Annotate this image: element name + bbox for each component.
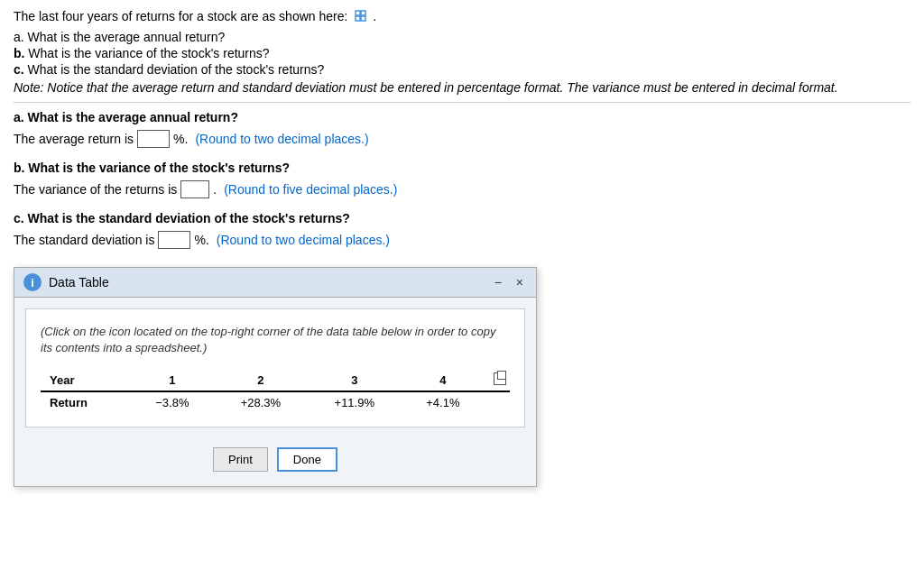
table-header-row: Year 1 2 3 4	[41, 370, 510, 391]
section-b: b. What is the variance of the stock's r…	[14, 161, 910, 198]
cell-return-copy	[485, 391, 510, 412]
copy-spreadsheet-icon[interactable]	[494, 372, 506, 385]
question-a-intro: a. What is the average annual return?	[14, 30, 910, 44]
format-note: Note: Notice that the average return and…	[14, 80, 910, 95]
col-header-1: 1	[131, 370, 214, 391]
col-header-2: 2	[214, 370, 308, 391]
modal-footer: Print Done	[14, 438, 536, 486]
svg-rect-3	[361, 16, 365, 21]
section-c-prefix: The standard deviation is	[14, 233, 154, 247]
modal-minimize-button[interactable]: −	[491, 275, 505, 290]
col-header-4: 4	[402, 370, 485, 391]
section-c-suffix: %.	[194, 233, 208, 247]
modal-body: (Click on the icon located on the top-ri…	[25, 308, 525, 427]
question-c-intro: c. What is the standard deviation of the…	[14, 62, 910, 77]
cell-return-2: +28.3%	[214, 391, 308, 412]
done-button[interactable]: Done	[277, 447, 337, 472]
modal-titlebar: i Data Table − ×	[14, 268, 536, 298]
modal-overlay: i Data Table − × (Click on the icon loca…	[14, 267, 910, 486]
svg-rect-0	[356, 11, 360, 15]
modal-instruction-note: (Click on the icon located on the top-ri…	[41, 324, 510, 356]
question-b-intro: b. What is the variance of the stock's r…	[14, 46, 910, 60]
intro-text: The last four years of returns for a sto…	[14, 9, 910, 24]
section-a-round-note: (Round to two decimal places.)	[195, 132, 368, 146]
section-c-answer-line: The standard deviation is %. (Round to t…	[14, 231, 910, 249]
modal-close-button[interactable]: ×	[513, 275, 527, 290]
data-table-modal: i Data Table − × (Click on the icon loca…	[14, 267, 537, 486]
svg-rect-2	[356, 16, 360, 21]
divider	[14, 102, 910, 103]
section-a-answer-line: The average return is %. (Round to two d…	[14, 130, 910, 148]
modal-title: Data Table	[49, 275, 109, 290]
section-b-header: b. What is the variance of the stock's r…	[14, 161, 910, 175]
section-a-prefix: The average return is	[14, 132, 134, 146]
section-b-prefix: The variance of the returns is	[14, 182, 177, 197]
section-b-suffix: .	[213, 182, 217, 197]
col-header-3: 3	[308, 370, 402, 391]
section-c-round-note: (Round to two decimal places.)	[217, 233, 390, 247]
section-b-round-note: (Round to five decimal places.)	[224, 182, 397, 197]
col-header-copy[interactable]	[485, 370, 510, 391]
table-grid-icon[interactable]	[355, 9, 369, 24]
modal-controls: − ×	[491, 275, 527, 290]
table-row: Return −3.8% +28.3% +11.9% +4.1%	[41, 391, 510, 412]
modal-info-icon: i	[23, 273, 42, 291]
cell-return-3: +11.9%	[308, 391, 402, 412]
section-c: c. What is the standard deviation of the…	[14, 211, 910, 249]
cell-return-4: +4.1%	[402, 391, 485, 412]
section-a: a. What is the average annual return? Th…	[14, 110, 910, 148]
svg-rect-1	[361, 11, 365, 15]
section-b-answer-line: The variance of the returns is . (Round …	[14, 180, 910, 198]
section-a-suffix: %.	[173, 132, 188, 146]
returns-data-table: Year 1 2 3 4 Return	[41, 370, 510, 412]
section-a-header: a. What is the average annual return?	[14, 110, 910, 124]
average-return-input[interactable]	[137, 130, 170, 148]
section-c-header: c. What is the standard deviation of the…	[14, 211, 910, 225]
cell-return-1: −3.8%	[131, 391, 214, 412]
variance-input[interactable]	[180, 180, 209, 198]
questions-list: a. What is the average annual return? b.…	[14, 30, 910, 77]
print-button[interactable]: Print	[213, 447, 268, 472]
col-header-year: Year	[41, 370, 131, 391]
std-dev-input[interactable]	[158, 231, 190, 249]
modal-titlebar-left: i Data Table	[23, 273, 109, 291]
intro-sentence: The last four years of returns for a sto…	[14, 9, 347, 23]
cell-return-label: Return	[41, 391, 131, 412]
